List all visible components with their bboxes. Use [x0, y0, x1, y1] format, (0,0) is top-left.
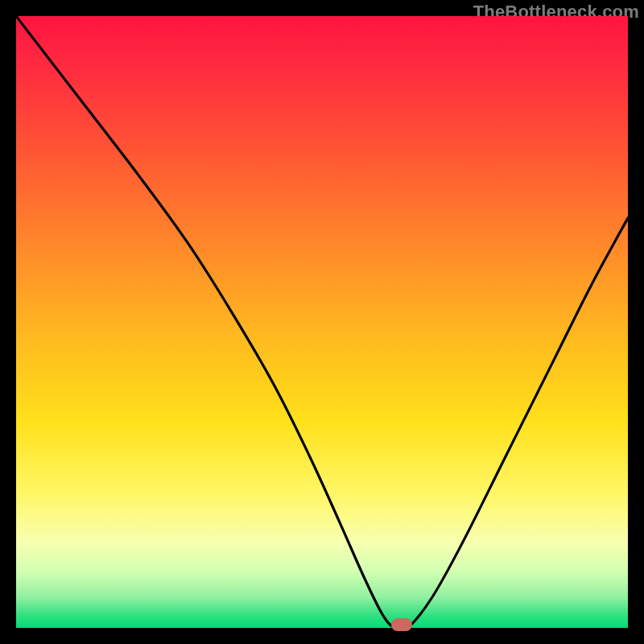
- chart-frame: TheBottleneck.com: [0, 0, 644, 644]
- plot-area: [16, 16, 628, 628]
- optimal-point-marker: [391, 618, 412, 631]
- bottleneck-curve: [16, 16, 628, 628]
